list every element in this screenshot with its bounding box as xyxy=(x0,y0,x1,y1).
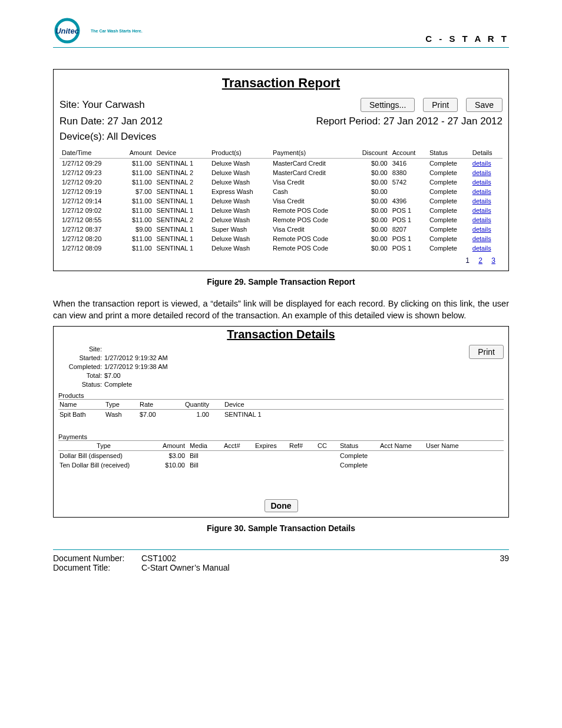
figure-29-caption: Figure 29. Sample Transaction Report xyxy=(53,277,509,286)
body-paragraph: When the transaction report is viewed, a… xyxy=(53,298,509,321)
transaction-details-figure: Transaction Details Site: Started:1/27/2… xyxy=(53,326,509,518)
transaction-report-figure: Transaction Report Site: Your Carwash Se… xyxy=(53,69,509,271)
unitec-logo-icon: Unitec xyxy=(53,18,87,44)
col-datetime: Date/Time xyxy=(59,147,118,159)
payments-section-label: Payments xyxy=(58,433,504,441)
details-link[interactable]: details xyxy=(472,235,491,242)
devices-label: Device(s): All Devices xyxy=(59,131,156,143)
run-date: Run Date: 27 Jan 2012 xyxy=(59,116,163,127)
table-row: 1/27/12 09:20$11.00SENTINAL 2Deluxe Wash… xyxy=(59,177,503,187)
page-header: Unitec The Car Wash Starts Here. C - S T… xyxy=(53,18,509,48)
table-row: Ten Dollar Bill (received)$10.00BillComp… xyxy=(58,460,504,470)
col-amount: Amount xyxy=(118,147,154,159)
site-label: Site: Your Carwash xyxy=(59,99,145,111)
report-period: Report Period: 27 Jan 2012 - 27 Jan 2012 xyxy=(316,116,503,127)
table-row: Spit BathWash$7.001.00SENTINAL 1 xyxy=(58,410,504,420)
products-section-label: Products xyxy=(58,392,504,400)
details-link[interactable]: details xyxy=(472,160,491,167)
report-title: Transaction Report xyxy=(59,75,503,91)
pager-link-3[interactable]: 3 xyxy=(491,256,495,265)
table-row: 1/27/12 08:37$9.00SENTINAL 1Super WashVi… xyxy=(59,225,503,234)
done-button[interactable]: Done xyxy=(265,499,298,512)
table-row: 1/27/12 09:29$11.00SENTINAL 1Deluxe Wash… xyxy=(59,159,503,169)
details-link[interactable]: details xyxy=(472,245,491,252)
table-row: 1/27/12 08:20$11.00SENTINAL 1Deluxe Wash… xyxy=(59,234,503,243)
details-link[interactable]: details xyxy=(472,197,491,205)
table-row: 1/27/12 08:55$11.00SENTINAL 2Deluxe Wash… xyxy=(59,215,503,225)
details-link[interactable]: details xyxy=(472,179,491,186)
figure-30-caption: Figure 30. Sample Transaction Details xyxy=(53,523,509,533)
table-row: 1/27/12 09:02$11.00SENTINAL 1Deluxe Wash… xyxy=(59,206,503,215)
payments-table: Type Amount Media Acct# Expires Ref# CC … xyxy=(58,441,504,470)
products-table: Name Type Rate Quantity Device Spit Bath… xyxy=(58,400,504,419)
table-row: 1/27/12 09:19$7.00SENTINAL 1Express Wash… xyxy=(59,187,503,196)
logo: Unitec The Car Wash Starts Here. xyxy=(53,18,143,44)
table-row: 1/27/12 09:23$11.00SENTINAL 2Deluxe Wash… xyxy=(59,168,503,177)
logo-tagline: The Car Wash Starts Here. xyxy=(91,29,143,33)
save-button[interactable]: Save xyxy=(466,98,503,112)
col-device: Device xyxy=(154,147,209,159)
details-link[interactable]: details xyxy=(472,216,491,223)
col-details: Details xyxy=(470,147,503,159)
details-info: Site: Started:1/27/2012 9:19:32 AM Compl… xyxy=(58,345,168,388)
table-row: Dollar Bill (dispensed)$3.00BillComplete xyxy=(58,451,504,461)
transaction-table: Date/Time Amount Device Product(s) Payme… xyxy=(59,147,503,253)
details-link[interactable]: details xyxy=(472,207,491,214)
pager: 1 2 3 xyxy=(59,256,503,265)
col-status: Status xyxy=(427,147,470,159)
details-link[interactable]: details xyxy=(472,226,491,233)
col-payments: Payment(s) xyxy=(270,147,350,159)
page-footer: Document Number:CST1002 Document Title:C… xyxy=(53,549,509,572)
details-print-button[interactable]: Print xyxy=(469,345,504,359)
col-discount: Discount xyxy=(350,147,389,159)
details-title: Transaction Details xyxy=(58,328,504,341)
header-product-name: C - S T A R T xyxy=(425,34,509,44)
pager-link-2[interactable]: 2 xyxy=(478,256,482,265)
pager-current: 1 xyxy=(465,256,470,265)
print-button[interactable]: Print xyxy=(423,98,458,112)
svg-text:Unitec: Unitec xyxy=(55,27,80,35)
table-row: 1/27/12 09:14$11.00SENTINAL 1Deluxe Wash… xyxy=(59,196,503,206)
settings-button[interactable]: Settings... xyxy=(361,98,415,112)
details-link[interactable]: details xyxy=(472,169,491,176)
table-row: 1/27/12 08:09$11.00SENTINAL 1Deluxe Wash… xyxy=(59,243,503,253)
col-products: Product(s) xyxy=(209,147,270,159)
col-account: Account xyxy=(390,147,427,159)
page-number: 39 xyxy=(500,554,509,572)
details-link[interactable]: details xyxy=(472,188,491,195)
